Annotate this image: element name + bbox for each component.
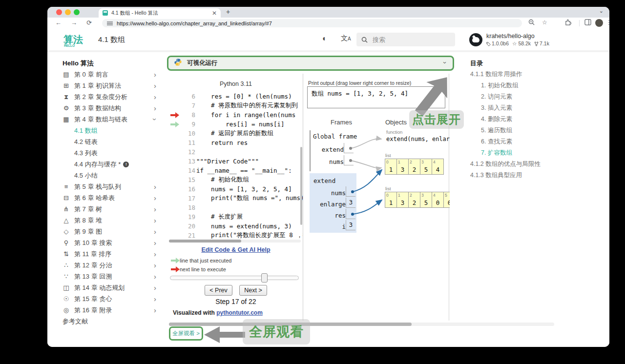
sidebar-item[interactable]: ⚙第 3 章 数据结构›	[62, 102, 156, 114]
sidebar-item[interactable]: ▤第 0 章 前言›	[62, 69, 156, 80]
python-icon	[174, 58, 182, 68]
github-repo-widget[interactable]: krahets/hello-algo 1.0.0b6 ☆ 58.2k 7.1k	[469, 33, 549, 46]
line-number: 6	[183, 93, 195, 100]
chevron-right-icon[interactable]: ›	[154, 93, 156, 101]
chevron-right-icon[interactable]: ›	[154, 70, 156, 79]
toc-item[interactable]: 4.1.2 数组的优点与局限性	[470, 159, 602, 170]
sidebar-item[interactable]: △第 8 章 堆›	[62, 215, 156, 226]
window-close-button[interactable]	[56, 9, 62, 15]
sidebar-item[interactable]: ∵第 13 章 回溯›	[62, 271, 156, 282]
sidebar-item[interactable]: ⇅第 11 章 排序›	[62, 248, 156, 260]
step-counter: Step 17 of 22	[169, 298, 303, 305]
address-bar[interactable]: https://www.hello-algo.com/chapter_array…	[102, 19, 522, 27]
chevron-right-icon[interactable]: ›	[154, 216, 156, 224]
chevron-right-icon[interactable]: ›	[154, 272, 156, 281]
sidebar-item[interactable]: ▦第 4 章 数组与链表›	[62, 114, 156, 125]
chevron-right-icon[interactable]: ›	[154, 306, 156, 314]
toc-item[interactable]: 7. 扩容数组	[470, 147, 602, 159]
translate-icon[interactable]: 文A	[341, 34, 351, 43]
line-number: 7	[183, 102, 195, 109]
cell-value: 1	[385, 199, 396, 206]
sidebar-item[interactable]: 4.1 数组	[62, 125, 156, 136]
sidebar-item[interactable]: 参考文献	[62, 316, 156, 327]
toc-item[interactable]: 1. 初始化数组	[470, 80, 602, 91]
sidebar-item[interactable]: ⧗第 2 章 复杂度分析›	[62, 91, 156, 102]
new-tab-button[interactable]: +	[226, 8, 230, 16]
code-vertical-scrollbar[interactable]	[300, 147, 302, 225]
sidebar-item[interactable]: 4.4 内存与缓存 *!	[62, 159, 156, 170]
sidebar-item[interactable]: ☉第 15 章 贪心›	[62, 293, 156, 304]
window-minimize-button[interactable]	[65, 9, 71, 15]
variable-value: 3	[346, 220, 355, 230]
chevron-right-icon[interactable]: ›	[154, 239, 156, 247]
toc-item[interactable]: 4.1.3 数组典型应用	[470, 170, 602, 181]
sidebar-item[interactable]: ◎第 16 章 附录›	[62, 304, 156, 316]
sidebar-item[interactable]: ⊞第 1 章 初识算法›	[62, 80, 156, 91]
chevron-right-icon[interactable]: ›	[154, 283, 156, 292]
profile-avatar[interactable]	[595, 19, 603, 27]
hello-algo-logo[interactable]: 算法 HELLO	[63, 33, 94, 49]
code-line: 14if __name__ == "__main__":	[169, 166, 303, 175]
chevron-right-icon[interactable]: ›	[154, 81, 156, 90]
tab-search-chevron-icon[interactable]: ⌄	[599, 8, 604, 14]
sidebar-item[interactable]: 4.5 小结	[62, 170, 156, 181]
toc-item[interactable]: 5. 遍历数组	[470, 125, 602, 136]
line-number: 21	[183, 232, 195, 239]
just-executed-arrow-icon	[170, 123, 176, 125]
step-slider[interactable]	[170, 276, 299, 280]
sidebar-item[interactable]: 4.3 列表	[62, 147, 156, 159]
edit-code-link[interactable]: Edit Code & Get AI Help	[169, 246, 303, 253]
site-info-icon[interactable]	[107, 21, 113, 25]
chevron-right-icon[interactable]: ›	[154, 261, 156, 269]
tab-close-icon[interactable]: ✕	[212, 10, 217, 17]
zoom-icon[interactable]	[528, 19, 535, 27]
toc-item[interactable]: 6. 查找元素	[470, 136, 602, 147]
browser-menu-icon[interactable]: ⋮	[606, 19, 609, 26]
toc-item[interactable]: 3. 插入元素	[470, 102, 602, 114]
theme-toggle-icon[interactable]: ◐	[322, 34, 327, 43]
chevron-right-icon[interactable]: ›	[154, 104, 156, 112]
sidebar-item[interactable]: ⋔第 7 章 树›	[62, 203, 156, 215]
chevron-down-icon[interactable]: ›	[441, 61, 448, 63]
pythontutor-link[interactable]: pythontutor.com	[216, 309, 263, 316]
toc-item[interactable]: 2. 访问元素	[470, 91, 602, 102]
step-slider-handle[interactable]	[261, 273, 268, 283]
fullscreen-link[interactable]: 全屏观看 >	[169, 326, 203, 341]
line-marker	[169, 111, 183, 120]
chevron-right-icon[interactable]: ›	[154, 250, 156, 258]
toc-item[interactable]: 4. 删除元素	[470, 114, 602, 125]
sidebar-item[interactable]: 4.2 链表	[62, 136, 156, 147]
chevron-right-icon[interactable]: ›	[154, 295, 156, 303]
browser-tab[interactable]: 4.1 数组 - Hello 算法 ✕	[99, 8, 221, 18]
sidebar-item[interactable]: ∴第 12 章 分治›	[62, 260, 156, 271]
function-object-label: function	[386, 129, 402, 135]
prev-button[interactable]: < Prev	[205, 285, 232, 296]
content-horizontal-scrollbar[interactable]	[169, 323, 554, 326]
res-list-cell: 35	[420, 192, 432, 208]
chevron-right-icon[interactable]: ›	[154, 182, 156, 191]
search-input[interactable]	[372, 36, 447, 44]
viz-panel-header[interactable]: 可视化运行 ›	[167, 56, 454, 71]
forward-icon[interactable]: →	[71, 19, 77, 26]
chevron-right-icon[interactable]: ›	[154, 194, 156, 202]
extensions-icon[interactable]	[565, 19, 571, 27]
bookmark-star-icon[interactable]: ☆	[542, 19, 547, 26]
window-zoom-button[interactable]	[74, 9, 80, 15]
chevron-down-icon[interactable]: ›	[151, 118, 159, 121]
frame-variable: i3	[313, 220, 355, 230]
reload-icon[interactable]: ⟳	[86, 19, 92, 26]
chevron-right-icon[interactable]: ›	[154, 227, 156, 236]
toc-item[interactable]: 4.1.1 数组常用操作	[470, 69, 602, 80]
sidebar-item[interactable]: ◫第 14 章 动态规划›	[62, 282, 156, 293]
code-horizontal-scrollbar[interactable]	[169, 240, 301, 243]
code-text: # 长度扩展	[196, 213, 243, 221]
side-panel-icon[interactable]	[584, 19, 591, 27]
search-box[interactable]	[356, 33, 455, 46]
sidebar-item[interactable]: ⊟第 6 章 哈希表›	[62, 192, 156, 203]
next-button[interactable]: Next >	[239, 285, 267, 296]
back-icon[interactable]: ←	[55, 19, 62, 26]
sidebar-item[interactable]: ◇第 9 章 图›	[62, 226, 156, 237]
sidebar-item[interactable]: ⚲第 10 章 搜索›	[62, 237, 156, 248]
chevron-right-icon[interactable]: ›	[154, 205, 156, 213]
sidebar-item[interactable]: ≡第 5 章 栈与队列›	[62, 181, 156, 192]
